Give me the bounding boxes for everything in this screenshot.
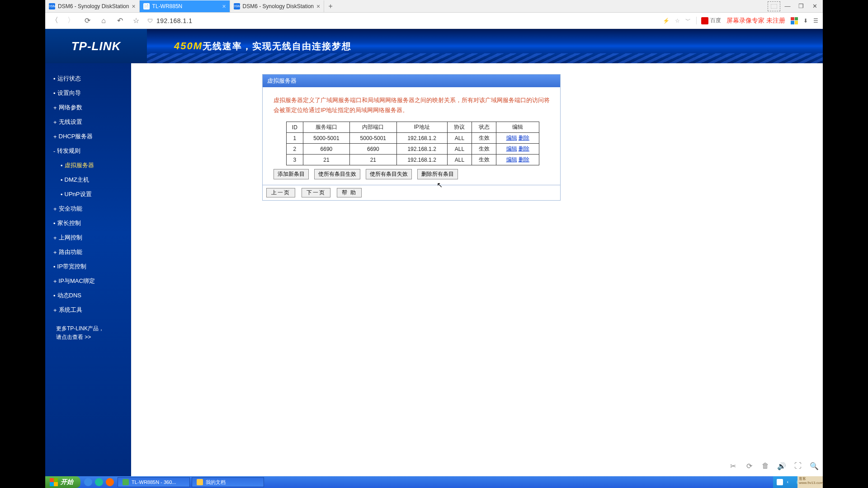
browser-tab-2[interactable]: 📄 TL-WR885N × [140, 0, 230, 12]
table-cell: 2 [287, 144, 303, 155]
screen-reader-icon[interactable] [768, 1, 780, 11]
sidebar-item[interactable]: + 安全功能 [45, 202, 131, 216]
taskbar-item-documents[interactable]: 我的文档 [192, 477, 264, 487]
action-button[interactable]: 删除所有条目 [417, 169, 458, 179]
edit-link[interactable]: 编辑 [506, 156, 517, 163]
sidebar-item[interactable]: + 无线设置 [45, 115, 131, 129]
reload-button[interactable]: ⟳ [82, 16, 92, 26]
sidebar-subitem[interactable]: • UPnP设置 [45, 187, 131, 202]
expand-icon[interactable]: ⛶ [794, 462, 802, 470]
action-button[interactable]: 添加新条目 [274, 169, 309, 179]
delete-link[interactable]: 删除 [519, 145, 529, 152]
favorite-icon[interactable]: ☆ [675, 18, 680, 24]
home-button[interactable]: ⌂ [99, 16, 108, 26]
tray-chevron-icon[interactable]: ‹ [787, 479, 793, 485]
sidebar-item-label: 上网控制 [59, 234, 82, 242]
close-icon[interactable]: × [222, 3, 226, 10]
table-cell: ALL [447, 133, 472, 144]
sidebar-item[interactable]: • 家长控制 [45, 216, 131, 230]
delete-link[interactable]: 删除 [519, 135, 529, 141]
delete-link[interactable]: 删除 [519, 156, 529, 163]
firefox-icon[interactable] [106, 478, 114, 486]
card-footer: 上一页 下一页 帮 助 [263, 185, 560, 200]
sidebar-item[interactable]: + 网络参数 [45, 100, 131, 115]
browser-tab-1[interactable]: DSM DSM6 - Synology DiskStation × [45, 0, 140, 12]
sidebar-item[interactable]: + DHCP服务器 [45, 129, 131, 144]
dsm-favicon-icon: DSM [234, 3, 240, 9]
sidebar-item[interactable]: - 转发规则 [45, 144, 131, 158]
menu-icon[interactable]: ☰ [813, 18, 818, 24]
edit-link[interactable]: 编辑 [506, 135, 517, 141]
sidebar-subitem[interactable]: • DMZ主机 [45, 173, 131, 187]
tab-title: TL-WR885N [152, 3, 183, 9]
help-button[interactable]: 帮 助 [337, 188, 362, 197]
sidebar-subitem[interactable]: • 虚拟服务器 [45, 158, 131, 173]
sidebar-item[interactable]: + 上网控制 [45, 230, 131, 245]
sidebar-item[interactable]: + IP与MAC绑定 [45, 274, 131, 288]
sidebar-item-label: 转发规则 [57, 147, 80, 155]
sidebar-footer[interactable]: 更多TP-LINK产品，请点击查看 >> [45, 317, 131, 342]
sidebar-item[interactable]: + 路由功能 [45, 245, 131, 259]
undo-nav-button[interactable]: ↶ [115, 16, 125, 26]
main-panel: 虚拟服务器 虚拟服务器定义了广域网服务端口和局域网网络服务器之间的映射关系，所有… [140, 70, 823, 488]
start-button[interactable]: 开始 [45, 476, 80, 488]
prev-page-button[interactable]: 上一页 [266, 188, 295, 197]
sidebar-item[interactable]: • IP带宽控制 [45, 259, 131, 274]
sidebar-subitem-label: UPnP设置 [65, 190, 92, 198]
close-icon[interactable]: × [132, 3, 135, 10]
extensions-icon[interactable] [791, 17, 798, 24]
search-icon[interactable]: 🔍 [810, 462, 818, 470]
bullet-icon: + [53, 278, 57, 285]
bullet-icon: + [53, 119, 57, 126]
action-button[interactable]: 使所有条目失效 [366, 169, 412, 179]
action-button[interactable]: 使所有条目生效 [314, 169, 360, 179]
new-tab-button[interactable]: + [324, 2, 337, 10]
bullet-icon: + [53, 133, 57, 140]
tool-icon[interactable]: ✂ [729, 462, 737, 470]
table-cell: 21 [303, 155, 349, 165]
url-text[interactable]: 192.168.1.1 [156, 17, 192, 24]
download-icon[interactable]: ⬇ [803, 18, 808, 24]
bullet-icon: + [53, 249, 57, 256]
close-icon[interactable]: × [316, 3, 320, 10]
close-window-button[interactable]: ✕ [808, 1, 821, 11]
table-cell: 5000-5001 [303, 133, 349, 144]
sidebar-item-label: 运行状态 [57, 75, 81, 83]
edit-link[interactable]: 编辑 [506, 145, 517, 152]
taskbar-item-browser[interactable]: TL-WR885N - 360... [118, 477, 190, 487]
address-bar: 〈 〉 ⟳ ⌂ ↶ ☆ 🛡 192.168.1.1 ⚡ ☆ ﹀ 百度 屏幕录像专… [45, 13, 823, 29]
sidebar-item-label: DHCP服务器 [59, 132, 93, 141]
bookmark-star-icon[interactable]: ☆ [131, 16, 141, 26]
browser-tab-3[interactable]: DSM DSM6 - Synology DiskStation × [230, 0, 325, 12]
sidebar-item[interactable]: • 设置向导 [45, 86, 131, 100]
search-engine-label: 百度 [710, 17, 721, 24]
bullet-icon: + [53, 307, 57, 314]
sidebar-item[interactable]: • 动态DNS [45, 288, 131, 303]
refresh-icon[interactable]: ⟳ [745, 462, 753, 470]
sound-icon[interactable]: 🔊 [778, 462, 786, 470]
corner-signature: 逛客 www.5v13.com [797, 476, 823, 488]
sidebar-item[interactable]: + 系统工具 [45, 303, 131, 317]
tray-keyboard-icon[interactable] [777, 479, 783, 485]
bullet-icon: • [61, 191, 63, 198]
maximize-button[interactable]: ❐ [795, 1, 807, 11]
forward-button[interactable]: 〉 [66, 16, 76, 26]
search-engine-selector[interactable]: 百度 [696, 17, 721, 24]
tab-title: DSM6 - Synology DiskStation [58, 3, 129, 9]
sidebar-item-label: 系统工具 [59, 306, 82, 314]
back-button[interactable]: 〈 [50, 16, 60, 26]
bullet-icon: • [53, 220, 56, 227]
next-page-button[interactable]: 下一页 [302, 188, 330, 197]
sidebar-item-label: IP带宽控制 [57, 263, 86, 271]
watermark-text: 屏幕录像专家 未注册 [726, 17, 785, 25]
ie-icon[interactable] [84, 478, 92, 486]
flash-icon[interactable]: ⚡ [663, 18, 670, 24]
table-cell: 192.168.1.2 [396, 155, 447, 165]
trash-icon[interactable]: 🗑 [761, 462, 769, 470]
table-header: 状态 [472, 122, 496, 133]
minimize-button[interactable]: — [781, 1, 794, 11]
sidebar-item[interactable]: • 运行状态 [45, 71, 131, 86]
page-favicon-icon: 📄 [143, 3, 150, 9]
app-icon[interactable] [95, 478, 103, 486]
dropdown-icon[interactable]: ﹀ [685, 17, 691, 24]
